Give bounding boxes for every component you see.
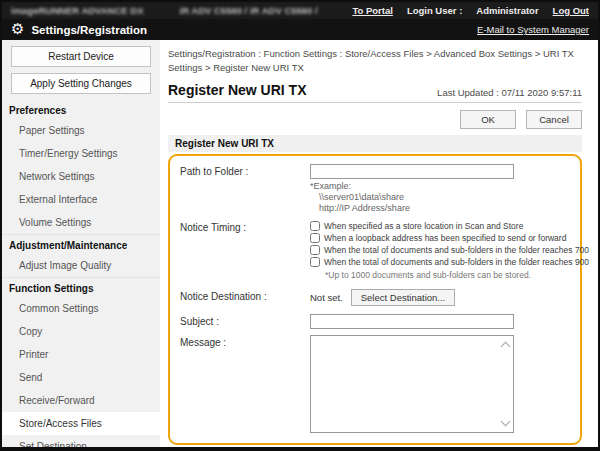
select-destination-button[interactable]: Select Destination... [351, 289, 456, 306]
device-model-blurred: imageRUNNER ADVANCE DX [11, 5, 144, 16]
notice-option-1-label: When specified as a store location in Sc… [324, 221, 523, 231]
scroll-down-icon[interactable] [501, 417, 511, 427]
top-bar: imageRUNNER ADVANCE DX iR ADV C5560 / iR… [2, 2, 598, 19]
sidebar-item-copy[interactable]: Copy [2, 320, 160, 343]
app-title-bar: ⚙ Settings/Registration E-Mail to System… [2, 19, 598, 40]
message-textarea[interactable] [310, 335, 514, 433]
notice-note: *Up to 1000 documents and sub-folders ca… [310, 270, 589, 280]
sidebar-item-send[interactable]: Send [2, 366, 160, 389]
body: Restart Device Apply Setting Changes Pre… [2, 40, 598, 447]
notice-option-4-label: When the total of documents and sub-fold… [324, 257, 589, 267]
breadcrumb: Settings/Registration : Function Setting… [168, 47, 582, 76]
app-title: Settings/Registration [31, 24, 147, 36]
subject-input[interactable] [310, 314, 514, 329]
sidebar-item-timer-energy-settings[interactable]: Timer/Energy Settings [2, 142, 160, 165]
gear-icon: ⚙ [11, 22, 24, 37]
ok-button[interactable]: OK [460, 110, 516, 129]
email-system-manager-link[interactable]: E-Mail to System Manager [477, 24, 589, 35]
section-header: Register New URI TX [168, 135, 582, 152]
notice-option-3-checkbox[interactable] [310, 245, 320, 255]
notice-option-2-label: When a loopback address has been specifi… [324, 233, 566, 243]
notice-option-1-checkbox[interactable] [310, 221, 320, 231]
message-row: Message : [180, 335, 572, 433]
sidebar-item-printer[interactable]: Printer [2, 343, 160, 366]
notice-timing-label: Notice Timing : [180, 220, 310, 233]
notice-option-row: When a loopback address has been specifi… [310, 232, 589, 244]
notice-option-3-label: When the total of documents and sub-fold… [324, 245, 589, 255]
log-out-link[interactable]: Log Out [553, 5, 589, 16]
cancel-button[interactable]: Cancel [526, 110, 582, 129]
path-example: *Example: \\server01\data\share http://I… [310, 181, 572, 215]
destination-status: Not set. [310, 292, 343, 303]
device-name-blurred: iR ADV C5560 / iR ADV C5560 / [180, 5, 318, 16]
path-to-folder-row: Path to Folder : [180, 164, 572, 179]
notice-option-4-checkbox[interactable] [310, 257, 320, 267]
sidebar-item-network-settings[interactable]: Network Settings [2, 165, 160, 188]
page-frame: imageRUNNER ADVANCE DX iR ADV C5560 / iR… [0, 0, 600, 451]
register-form: Path to Folder : *Example: \\server01\da… [168, 154, 582, 446]
path-to-folder-input[interactable] [310, 164, 514, 179]
example-line-unc: \\server01\data\share [310, 192, 572, 203]
sidebar-item-store-access-files[interactable]: Store/Access Files [2, 412, 160, 435]
page-title: Register New URI TX [168, 82, 306, 98]
sidebar-item-receive-forward[interactable]: Receive/Forward [2, 389, 160, 412]
sidebar-item-set-destination[interactable]: Set Destination [2, 435, 160, 447]
notice-destination-label: Notice Destination : [180, 289, 310, 302]
login-user-label: Login User : [407, 5, 462, 16]
scroll-up-icon[interactable] [501, 342, 511, 352]
notice-timing-row: Notice Timing : When specified as a stor… [180, 220, 572, 280]
sidebar-section-adjustment-maintenance: Adjustment/Maintenance [2, 234, 160, 254]
title-row: Register New URI TX Last Updated : 07/11… [168, 82, 582, 103]
notice-option-2-checkbox[interactable] [310, 233, 320, 243]
message-label: Message : [180, 335, 310, 348]
notice-destination-row: Notice Destination : Not set. Select Des… [180, 289, 572, 306]
notice-option-row: When the total of documents and sub-fold… [310, 244, 589, 256]
to-portal-link[interactable]: To Portal [352, 5, 392, 16]
sidebar-item-paper-settings[interactable]: Paper Settings [2, 119, 160, 142]
example-title: *Example: [310, 181, 572, 192]
subject-label: Subject : [180, 314, 310, 327]
restart-device-button[interactable]: Restart Device [11, 46, 151, 67]
action-buttons: OK Cancel [168, 110, 582, 129]
last-updated: Last Updated : 07/11 2020 9:57:11 [437, 87, 582, 98]
apply-setting-changes-button[interactable]: Apply Setting Changes [11, 73, 151, 94]
login-user-name: Administrator [476, 5, 538, 16]
subject-row: Subject : [180, 314, 572, 329]
sidebar-item-volume-settings[interactable]: Volume Settings [2, 211, 160, 234]
path-to-folder-label: Path to Folder : [180, 164, 310, 177]
sidebar-item-common-settings[interactable]: Common Settings [2, 297, 160, 320]
path-example-row: *Example: \\server01\data\share http://I… [180, 179, 572, 215]
sidebar-section-function-settings: Function Settings [2, 277, 160, 297]
sidebar: Restart Device Apply Setting Changes Pre… [2, 40, 160, 447]
sidebar-item-adjust-image-quality[interactable]: Adjust Image Quality [2, 254, 160, 277]
example-line-http: http://IP Address/share [310, 203, 572, 214]
sidebar-section-preferences: Preferences [2, 100, 160, 119]
notice-option-row: When the total of documents and sub-fold… [310, 256, 589, 268]
notice-option-row: When specified as a store location in Sc… [310, 220, 589, 232]
sidebar-item-external-interface[interactable]: External Interface [2, 188, 160, 211]
main-content: Settings/Registration : Function Setting… [160, 40, 598, 447]
